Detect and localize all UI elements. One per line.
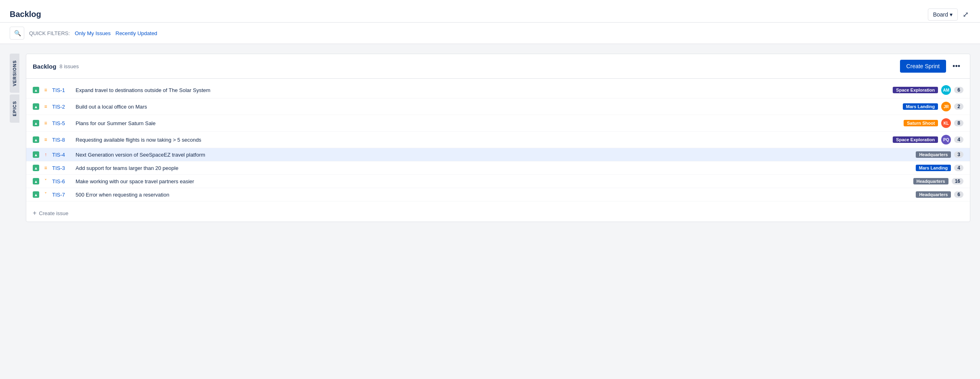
issue-summary: Add support for teams larger than 20 peo…: [76, 165, 913, 171]
versions-tab[interactable]: VERSIONS: [10, 54, 19, 93]
backlog-section-title: Backlog: [33, 63, 56, 70]
issue-summary: Requesting available flights is now taki…: [76, 137, 889, 143]
create-issue-row[interactable]: + Create issue: [26, 205, 970, 222]
priority-icon: ↑: [42, 151, 49, 158]
issue-type-icon: ▲: [33, 120, 39, 126]
issue-type-icon: ▲: [33, 103, 39, 110]
epic-badge[interactable]: Mars Landing: [916, 165, 951, 171]
issue-type-icon: ▲: [33, 178, 39, 184]
backlog-title-area: Backlog 8 issues: [33, 63, 79, 70]
epic-badge[interactable]: Mars Landing: [903, 103, 938, 110]
issue-summary: Expand travel to destinations outside of…: [76, 87, 889, 93]
story-points: 6: [954, 191, 963, 198]
table-row[interactable]: ▲ ≡ TIS-8 Requesting available flights i…: [26, 132, 970, 148]
issue-summary: Next Generation version of SeeSpaceEZ tr…: [76, 152, 913, 158]
quick-filters-label: QUICK FILTERS:: [29, 30, 70, 36]
table-row[interactable]: ▲ ↑ TIS-4 Next Generation version of See…: [26, 148, 970, 161]
story-points: 16: [952, 178, 963, 184]
more-options-button[interactable]: •••: [949, 61, 963, 72]
issue-summary: Plans for our Summer Saturn Sale: [76, 120, 900, 126]
backlog-header: Backlog 8 issues Create Sprint •••: [26, 54, 970, 79]
issue-meta: Space Exploration AM 6: [893, 85, 963, 95]
issue-summary: Build out a local office on Mars: [76, 104, 900, 110]
issue-key[interactable]: TIS-5: [52, 120, 72, 126]
issue-type-icon: ▲: [33, 151, 39, 158]
issue-type-icon: ▲: [33, 87, 39, 93]
issue-type-icon: ▲: [33, 165, 39, 171]
avatar: KL: [941, 118, 951, 128]
issue-meta: Saturn Shoot KL 8: [904, 118, 963, 128]
story-points: 4: [954, 165, 963, 171]
priority-icon: ≡: [42, 87, 49, 93]
epic-badge[interactable]: Space Exploration: [893, 136, 938, 143]
create-sprint-button[interactable]: Create Sprint: [900, 60, 946, 73]
story-points: 6: [954, 87, 963, 93]
plus-icon: +: [33, 209, 36, 217]
issue-key[interactable]: TIS-6: [52, 178, 72, 184]
issue-type-icon: ▲: [33, 191, 39, 198]
table-row[interactable]: ▲ ≡ TIS-3 Add support for teams larger t…: [26, 161, 970, 175]
epics-tab[interactable]: EPICS: [10, 94, 19, 123]
recently-updated-filter[interactable]: Recently Updated: [116, 30, 157, 36]
priority-icon: ≡: [42, 136, 49, 143]
priority-icon: ≡: [42, 103, 49, 110]
issue-summary: 500 Error when requesting a reservation: [76, 192, 913, 198]
board-dropdown[interactable]: Board ▾: [928, 8, 958, 21]
issue-key[interactable]: TIS-8: [52, 137, 72, 143]
story-points: 3: [954, 151, 963, 158]
page-title: Backlog: [10, 10, 41, 19]
table-row[interactable]: ▲ ˅ TIS-6 Make working with our space tr…: [26, 175, 970, 188]
priority-icon: ˅: [42, 191, 49, 198]
avatar: AM: [941, 85, 951, 95]
expand-button[interactable]: ⤢: [961, 8, 970, 21]
filter-bar: 🔍 QUICK FILTERS: Only My Issues Recently…: [0, 23, 980, 44]
issue-key[interactable]: TIS-4: [52, 152, 72, 158]
story-points: 8: [954, 120, 963, 126]
issue-key[interactable]: TIS-7: [52, 192, 72, 198]
chevron-down-icon: ▾: [950, 11, 953, 18]
priority-icon: ˅: [42, 178, 49, 184]
issue-meta: Headquarters 6: [916, 191, 963, 198]
issue-key[interactable]: TIS-1: [52, 87, 72, 93]
epic-badge[interactable]: Headquarters: [916, 151, 951, 158]
only-my-issues-filter[interactable]: Only My Issues: [75, 30, 111, 36]
search-box[interactable]: 🔍: [10, 27, 24, 40]
issue-key[interactable]: TIS-2: [52, 104, 72, 110]
epic-badge[interactable]: Headquarters: [913, 178, 948, 184]
create-issue-label: Create issue: [39, 210, 68, 216]
priority-icon: ≡: [42, 120, 49, 126]
table-row[interactable]: ▲ ≡ TIS-2 Build out a local office on Ma…: [26, 98, 970, 115]
epic-badge[interactable]: Saturn Shoot: [904, 120, 938, 126]
backlog-panel: Backlog 8 issues Create Sprint ••• ▲ ≡ T…: [26, 54, 970, 222]
top-bar: Backlog Board ▾ ⤢: [0, 0, 980, 23]
issue-meta: Headquarters 3: [916, 151, 963, 158]
header-actions: Create Sprint •••: [900, 60, 963, 73]
issue-count: 8 issues: [59, 63, 79, 69]
issue-meta: Headquarters 16: [913, 178, 963, 184]
avatar: PQ: [941, 135, 951, 144]
issue-meta: Mars Landing 4: [916, 165, 963, 171]
top-right-actions: Board ▾ ⤢: [928, 8, 970, 21]
issue-key[interactable]: TIS-3: [52, 165, 72, 171]
table-row[interactable]: ▲ ≡ TIS-5 Plans for our Summer Saturn Sa…: [26, 115, 970, 132]
epic-badge[interactable]: Headquarters: [916, 191, 951, 198]
avatar: JR: [941, 102, 951, 111]
search-icon: 🔍: [14, 30, 21, 36]
main-content: VERSIONS EPICS Backlog 8 issues Create S…: [0, 44, 980, 232]
issue-summary: Make working with our space travel partn…: [76, 178, 910, 184]
issues-list: ▲ ≡ TIS-1 Expand travel to destinations …: [26, 79, 970, 205]
issue-type-icon: ▲: [33, 136, 39, 143]
issue-meta: Space Exploration PQ 4: [893, 135, 963, 144]
epic-badge[interactable]: Space Exploration: [893, 87, 938, 93]
side-tabs: VERSIONS EPICS: [10, 54, 19, 222]
story-points: 4: [954, 136, 963, 143]
issue-meta: Mars Landing JR 2: [903, 102, 963, 111]
story-points: 2: [954, 103, 963, 110]
table-row[interactable]: ▲ ≡ TIS-1 Expand travel to destinations …: [26, 82, 970, 98]
priority-icon: ≡: [42, 165, 49, 171]
table-row[interactable]: ▲ ˅ TIS-7 500 Error when requesting a re…: [26, 188, 970, 201]
